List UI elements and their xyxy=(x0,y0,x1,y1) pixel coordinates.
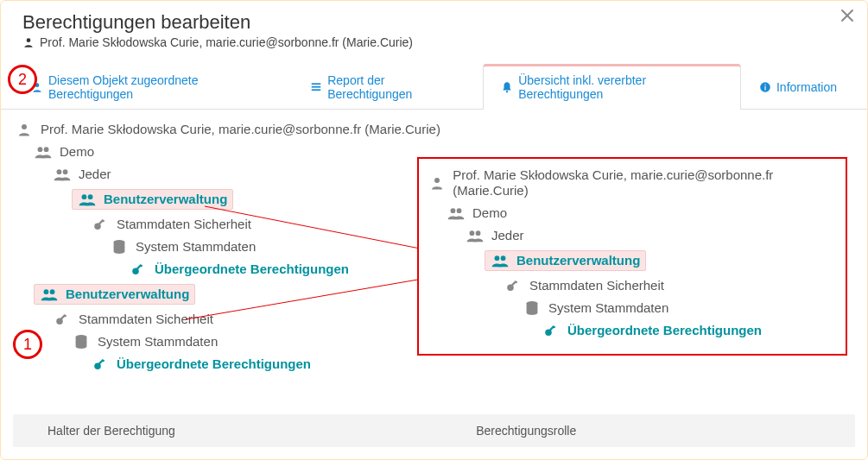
tree-node-parent-perms[interactable]: Übergeordnete Berechtigungen xyxy=(540,319,839,342)
column-header-holder[interactable]: Halter der Berechtigung xyxy=(13,424,476,438)
tree-label: Benutzerverwaltung xyxy=(104,192,227,207)
tree-node-group[interactable]: Demo xyxy=(445,202,839,224)
svg-point-11 xyxy=(22,124,27,129)
tree-label: Benutzerverwaltung xyxy=(66,287,189,302)
bell-icon xyxy=(501,81,513,93)
tree-label: System Stammdaten xyxy=(98,334,218,350)
user-icon xyxy=(15,122,34,137)
svg-rect-9 xyxy=(764,86,765,91)
svg-point-26 xyxy=(50,289,55,294)
key-icon xyxy=(129,262,148,277)
svg-point-36 xyxy=(434,178,440,183)
svg-rect-5 xyxy=(312,86,321,88)
svg-point-37 xyxy=(451,208,456,213)
tree-node-parent-perms[interactable]: Übergeordnete Berechtigungen xyxy=(89,353,855,375)
key-icon xyxy=(504,278,523,293)
dialog-subtitle: Prof. Marie Skłodowska Curie, marie.curi… xyxy=(22,35,850,49)
tree-label: Demo xyxy=(60,144,94,160)
close-icon xyxy=(839,8,855,23)
svg-point-39 xyxy=(470,230,475,236)
key-icon xyxy=(542,323,561,338)
users-icon xyxy=(34,145,53,159)
tab-assigned-permissions[interactable]: Diesem Objekt zugeordnete Berechtigungen xyxy=(13,64,292,110)
svg-point-16 xyxy=(82,194,87,199)
key-icon xyxy=(91,356,110,372)
inherited-panel: Prof. Marie Skłodowska Curie, marie.curi… xyxy=(417,157,847,356)
column-header-role[interactable]: Berechtigungsrolle xyxy=(476,424,855,438)
svg-point-7 xyxy=(506,91,508,92)
tree-node-user[interactable]: Prof. Marie Skłodowska Curie, marie.curi… xyxy=(426,164,839,202)
users-icon xyxy=(53,167,72,181)
database-icon xyxy=(110,239,129,255)
tree-label: Stammdaten Sicherheit xyxy=(529,278,664,293)
tree-label: Stammdaten Sicherheit xyxy=(117,217,251,232)
tab-bar: Diesem Objekt zugeordnete Berechtigungen… xyxy=(1,63,867,110)
tree-label: Benutzerverwaltung xyxy=(516,253,640,268)
tree-node-benutzerverwaltung-panel[interactable]: Benutzerverwaltung xyxy=(483,247,839,274)
table-header-row: Halter der Berechtigung Berechtigungsrol… xyxy=(13,414,855,447)
user-icon xyxy=(22,36,35,48)
svg-point-41 xyxy=(495,255,500,261)
tab-label: Übersicht inkl. vererbter Berechtigungen xyxy=(518,73,723,101)
dialog-content: Prof. Marie Skłodowska Curie, marie.curi… xyxy=(1,110,867,375)
svg-point-2 xyxy=(27,38,31,42)
tab-overview-inherited[interactable]: Übersicht inkl. vererbter Berechtigungen xyxy=(483,64,741,110)
svg-point-17 xyxy=(88,194,93,199)
tab-label: Diesem Objekt zugeordnete Berechtigungen xyxy=(48,73,274,101)
tab-label: Information xyxy=(776,80,837,94)
database-icon xyxy=(72,334,91,350)
svg-point-12 xyxy=(38,147,43,152)
permission-tree-inherited: Prof. Marie Skłodowska Curie, marie.curi… xyxy=(426,164,839,342)
user-icon xyxy=(428,175,446,191)
tree-label: Übergeordnete Berechtigungen xyxy=(155,262,349,277)
list-icon xyxy=(310,81,322,93)
svg-point-13 xyxy=(44,147,49,152)
tree-label: Jeder xyxy=(491,228,524,243)
dialog-title: Berechtigungen bearbeiten xyxy=(22,11,850,34)
svg-rect-4 xyxy=(312,83,321,85)
badge-number: 2 xyxy=(18,71,27,89)
svg-point-25 xyxy=(44,289,49,294)
svg-point-15 xyxy=(63,169,68,174)
tree-label: Prof. Marie Skłodowska Curie, marie.curi… xyxy=(41,122,440,137)
users-icon xyxy=(466,229,485,243)
tree-label: Jeder xyxy=(79,167,111,182)
info-icon xyxy=(759,81,771,93)
tree-node-group[interactable]: Jeder xyxy=(464,224,839,247)
dialog-subtitle-text: Prof. Marie Skłodowska Curie, marie.curi… xyxy=(40,35,413,49)
badge-number: 1 xyxy=(23,336,32,354)
close-button[interactable] xyxy=(839,8,855,23)
callout-badge-1: 1 xyxy=(13,330,42,359)
tree-node-role[interactable]: Stammdaten Sicherheit xyxy=(502,274,839,297)
users-icon xyxy=(40,287,59,301)
tree-node-db[interactable]: System Stammdaten xyxy=(521,297,839,319)
users-icon xyxy=(491,254,510,268)
tree-label: System Stammdaten xyxy=(548,300,668,316)
tree-label: Demo xyxy=(472,205,507,221)
svg-rect-10 xyxy=(764,85,765,85)
tree-label: Stammdaten Sicherheit xyxy=(79,312,213,327)
callout-badge-2: 2 xyxy=(8,65,37,94)
tree-label: Übergeordnete Berechtigungen xyxy=(117,356,311,372)
tree-label: Prof. Marie Skłodowska Curie, marie.curi… xyxy=(453,167,837,198)
svg-point-14 xyxy=(57,169,62,174)
dialog-header: Berechtigungen bearbeiten Prof. Marie Sk… xyxy=(1,1,867,56)
svg-rect-6 xyxy=(312,89,321,91)
tab-report[interactable]: Report der Berechtigungen xyxy=(292,64,483,110)
permissions-dialog: Berechtigungen bearbeiten Prof. Marie Sk… xyxy=(0,0,868,460)
tree-node-user[interactable]: Prof. Marie Skłodowska Curie, marie.curi… xyxy=(13,118,855,141)
users-icon xyxy=(78,192,97,206)
tab-information[interactable]: Information xyxy=(741,64,855,110)
svg-point-38 xyxy=(457,208,462,213)
tab-label: Report der Berechtigungen xyxy=(327,73,465,101)
svg-point-40 xyxy=(476,230,481,236)
svg-point-42 xyxy=(501,255,506,261)
key-icon xyxy=(91,217,110,232)
users-icon xyxy=(447,206,466,220)
tree-label: System Stammdaten xyxy=(136,239,256,255)
key-icon xyxy=(53,312,72,327)
database-icon xyxy=(523,300,542,316)
tree-label: Übergeordnete Berechtigungen xyxy=(567,323,762,338)
